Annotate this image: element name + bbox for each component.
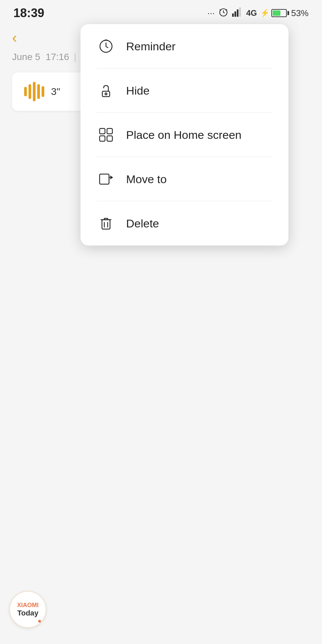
watermark-line1: XiAoMi — [17, 602, 39, 609]
wave-bar-5 — [42, 86, 44, 97]
audio-waveform — [24, 82, 44, 101]
svg-rect-9 — [107, 128, 112, 134]
charging-icon: ⚡ — [260, 9, 269, 17]
svg-rect-10 — [100, 136, 105, 141]
svg-rect-13 — [102, 220, 110, 229]
status-icons: ··· 4G ⚡ — [207, 7, 309, 20]
menu-item-move-to[interactable]: Move to — [80, 157, 288, 201]
more-dots-icon: ··· — [207, 8, 215, 18]
svg-rect-12 — [100, 174, 109, 184]
move-to-label: Move to — [126, 173, 167, 186]
delete-label: Delete — [126, 217, 159, 230]
context-menu: Reminder Hide Place on Home screen — [80, 24, 288, 246]
svg-rect-3 — [237, 9, 238, 17]
menu-item-reminder[interactable]: Reminder — [80, 24, 288, 68]
battery-container: ⚡ 53% — [260, 8, 309, 18]
signal-icon — [232, 7, 243, 19]
place-home-label: Place on Home screen — [126, 128, 241, 142]
network-type: 4G — [246, 8, 257, 18]
menu-item-place-home[interactable]: Place on Home screen — [80, 113, 288, 157]
back-button[interactable]: ‹ — [12, 30, 17, 45]
svg-rect-8 — [100, 128, 105, 134]
xiaomi-watermark: XiAoMi Today — [9, 591, 46, 628]
status-time: 18:39 — [13, 6, 44, 20]
alarm-icon — [218, 7, 229, 20]
svg-rect-6 — [102, 91, 110, 97]
menu-item-delete[interactable]: Delete — [80, 201, 288, 246]
delete-icon — [97, 214, 115, 233]
wave-bar-4 — [37, 84, 40, 99]
wave-bar-1 — [24, 87, 27, 96]
home-screen-icon — [97, 125, 115, 144]
svg-rect-1 — [232, 13, 234, 17]
battery-percent: 53% — [291, 8, 309, 18]
wave-bar-3 — [33, 82, 36, 101]
note-divider: | — [74, 52, 76, 62]
watermark-line2: Today — [17, 609, 38, 618]
reminder-label: Reminder — [126, 40, 175, 53]
note-time: 17:16 — [46, 52, 69, 62]
menu-item-hide[interactable]: Hide — [80, 68, 288, 113]
svg-rect-4 — [239, 7, 241, 17]
battery-icon — [271, 9, 289, 17]
watermark-dot — [38, 620, 41, 623]
move-to-icon — [97, 170, 115, 189]
status-bar: 18:39 ··· 4G ⚡ — [0, 0, 322, 23]
hide-icon — [97, 81, 115, 100]
audio-duration: 3" — [51, 86, 60, 97]
hide-label: Hide — [126, 84, 150, 97]
svg-rect-11 — [107, 136, 112, 141]
reminder-icon — [97, 37, 115, 56]
svg-rect-2 — [234, 11, 236, 17]
wave-bar-2 — [29, 84, 31, 99]
note-date: June 5 — [12, 52, 40, 62]
